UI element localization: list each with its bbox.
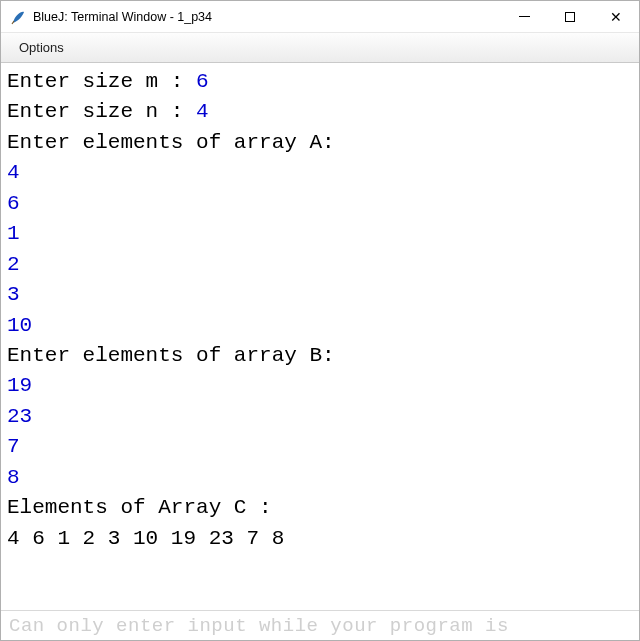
terminal-line: 3 <box>7 280 633 310</box>
bluej-app-icon <box>9 8 27 26</box>
user-input-text: 4 <box>196 100 209 123</box>
terminal-line: 23 <box>7 402 633 432</box>
minimize-button[interactable] <box>501 1 547 33</box>
titlebar[interactable]: BlueJ: Terminal Window - 1_p34 ✕ <box>1 1 639 33</box>
terminal-line: 19 <box>7 371 633 401</box>
prompt-text: 4 6 1 2 3 10 19 23 7 8 <box>7 527 297 550</box>
user-input-text: 7 <box>7 435 20 458</box>
terminal-output: Enter size m : 6Enter size n : 4Enter el… <box>1 63 639 610</box>
terminal-line: Enter elements of array B: <box>7 341 633 371</box>
user-input-text: 4 <box>7 161 20 184</box>
user-input-text: 1 <box>7 222 20 245</box>
terminal-line: Enter elements of array A: <box>7 128 633 158</box>
input-placeholder: Can only enter input while your program … <box>9 615 509 637</box>
prompt-text: Enter size m : <box>7 70 196 93</box>
user-input-text: 2 <box>7 253 20 276</box>
close-button[interactable]: ✕ <box>593 1 639 33</box>
maximize-button[interactable] <box>547 1 593 33</box>
menubar: Options <box>1 33 639 63</box>
prompt-text: Enter elements of array B: <box>7 344 335 367</box>
terminal-line: Enter size m : 6 <box>7 67 633 97</box>
terminal-line: Elements of Array C : <box>7 493 633 523</box>
terminal-line: 4 6 1 2 3 10 19 23 7 8 <box>7 524 633 554</box>
terminal-line: 2 <box>7 250 633 280</box>
close-icon: ✕ <box>610 10 622 24</box>
input-bar: Can only enter input while your program … <box>1 610 639 640</box>
user-input-text: 3 <box>7 283 20 306</box>
terminal-line: 1 <box>7 219 633 249</box>
terminal-line: Enter size n : 4 <box>7 97 633 127</box>
user-input-text: 23 <box>7 405 32 428</box>
terminal-line: 4 <box>7 158 633 188</box>
menu-options[interactable]: Options <box>11 36 72 59</box>
window: BlueJ: Terminal Window - 1_p34 ✕ Options… <box>0 0 640 641</box>
window-title: BlueJ: Terminal Window - 1_p34 <box>33 10 212 24</box>
user-input-text: 8 <box>7 466 20 489</box>
prompt-text: Enter size n : <box>7 100 196 123</box>
user-input-text: 19 <box>7 374 32 397</box>
maximize-icon <box>565 12 575 22</box>
user-input-text: 6 <box>7 192 20 215</box>
terminal-line: 7 <box>7 432 633 462</box>
terminal-line: 10 <box>7 311 633 341</box>
prompt-text: Elements of Array C : <box>7 496 272 519</box>
prompt-text: Enter elements of array A: <box>7 131 335 154</box>
terminal-line: 6 <box>7 189 633 219</box>
minimize-icon <box>519 16 530 17</box>
user-input-text: 10 <box>7 314 32 337</box>
terminal-line: 8 <box>7 463 633 493</box>
user-input-text: 6 <box>196 70 209 93</box>
